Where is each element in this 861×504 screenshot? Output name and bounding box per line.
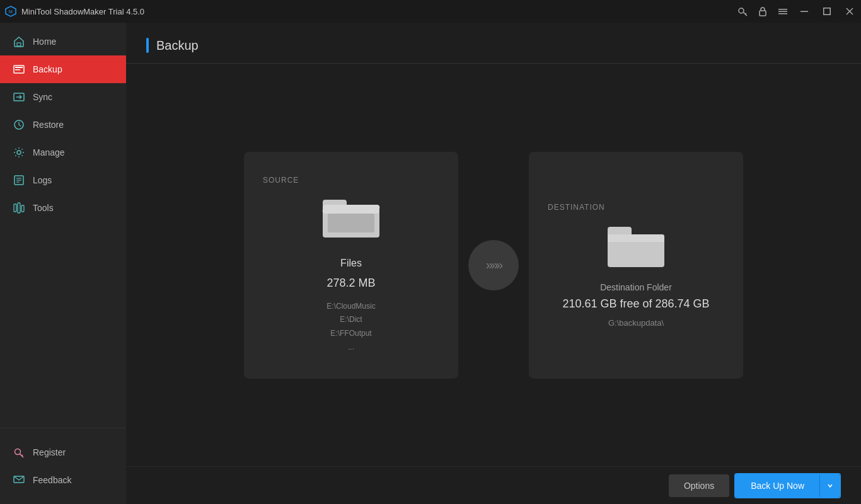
svg-rect-5 — [760, 11, 766, 16]
svg-rect-9 — [800, 11, 808, 13]
sidebar-item-sync[interactable]: Sync — [0, 83, 126, 111]
svg-rect-15 — [15, 67, 23, 68]
sidebar-label-backup: Backup — [33, 64, 62, 74]
sidebar: Home Backup — [0, 23, 126, 504]
minimize-button[interactable] — [798, 5, 811, 18]
page-header: Backup — [126, 23, 861, 64]
page-title: Backup — [156, 38, 199, 53]
source-label: SOURCE — [263, 176, 299, 185]
close-button[interactable] — [843, 5, 856, 18]
header-accent — [146, 38, 149, 53]
destination-folder-icon — [608, 227, 664, 270]
sidebar-item-backup[interactable]: Backup — [0, 55, 126, 83]
sync-icon — [13, 91, 25, 103]
sidebar-item-tools[interactable]: Tools — [0, 194, 126, 222]
svg-point-2 — [739, 8, 744, 13]
source-card[interactable]: SOURCE Files 278.2 MB E:\CloudMusic E:\D… — [244, 152, 458, 379]
svg-rect-13 — [17, 43, 21, 46]
sidebar-item-restore[interactable]: Restore — [0, 111, 126, 139]
sidebar-item-feedback[interactable]: Feedback — [0, 466, 126, 494]
backup-area: SOURCE Files 278.2 MB E:\CloudMusic E:\D… — [126, 64, 861, 466]
tools-icon — [13, 202, 25, 214]
svg-text:M: M — [9, 9, 13, 14]
sidebar-label-restore: Restore — [33, 120, 64, 130]
svg-rect-16 — [15, 69, 20, 71]
title-bar: M MiniTool ShadowMaker Trial 4.5.0 — [0, 0, 861, 23]
sidebar-item-manage[interactable]: Manage — [0, 139, 126, 166]
sidebar-label-manage: Manage — [33, 147, 65, 158]
svg-rect-7 — [778, 11, 787, 13]
svg-rect-10 — [824, 8, 831, 15]
source-name: Files — [340, 258, 362, 269]
destination-name: Destination Folder — [600, 282, 672, 292]
svg-rect-8 — [778, 13, 787, 14]
app-logo: M — [5, 6, 16, 17]
options-button[interactable]: Options — [669, 474, 729, 497]
svg-point-27 — [15, 449, 21, 455]
destination-card[interactable]: DESTINATION Destination Folder 210.61 GB… — [529, 152, 743, 379]
sidebar-label-logs: Logs — [33, 175, 52, 185]
source-size: 278.2 MB — [326, 277, 375, 290]
sidebar-label-home: Home — [33, 37, 56, 47]
bottom-bar: Options Back Up Now — [126, 466, 861, 504]
key-icon[interactable] — [737, 6, 748, 16]
backup-now-group: Back Up Now — [734, 473, 841, 498]
arrow-indicator: »»» — [468, 240, 519, 290]
logs-icon — [13, 174, 25, 186]
lock-icon[interactable] — [758, 6, 768, 16]
restore-icon — [13, 118, 25, 131]
sidebar-label-tools: Tools — [33, 203, 54, 213]
source-paths: E:\CloudMusic E:\Dict E:\FFOutput ... — [326, 300, 375, 354]
backup-icon — [13, 63, 25, 76]
sidebar-item-home[interactable]: Home — [0, 28, 126, 55]
feedback-icon — [13, 474, 25, 486]
home-icon — [13, 35, 25, 48]
destination-path: G:\backupdata\ — [608, 318, 664, 328]
sidebar-item-logs[interactable]: Logs — [0, 166, 126, 194]
app-title: MiniTool ShadowMaker Trial 4.5.0 — [21, 7, 144, 16]
svg-point-19 — [17, 151, 21, 154]
register-icon — [13, 446, 25, 459]
content-area: Backup SOURCE Files 278.2 MB E:\CloudMus… — [126, 23, 861, 504]
sidebar-item-register[interactable]: Register — [0, 438, 126, 466]
backup-now-button[interactable]: Back Up Now — [736, 474, 819, 497]
destination-label: DESTINATION — [548, 203, 605, 212]
source-folder-icon — [323, 200, 379, 245]
svg-rect-6 — [778, 9, 787, 10]
sidebar-label-feedback: Feedback — [33, 475, 71, 485]
svg-rect-25 — [18, 203, 20, 213]
sidebar-label-sync: Sync — [33, 92, 52, 102]
destination-free-space: 210.61 GB free of 286.74 GB — [562, 297, 709, 311]
manage-icon — [13, 146, 25, 159]
backup-now-dropdown-button[interactable] — [819, 474, 840, 497]
sidebar-label-register: Register — [33, 447, 66, 457]
svg-rect-26 — [21, 205, 24, 212]
svg-rect-24 — [14, 204, 16, 212]
menu-icon[interactable] — [778, 6, 788, 16]
maximize-button[interactable] — [821, 5, 833, 18]
